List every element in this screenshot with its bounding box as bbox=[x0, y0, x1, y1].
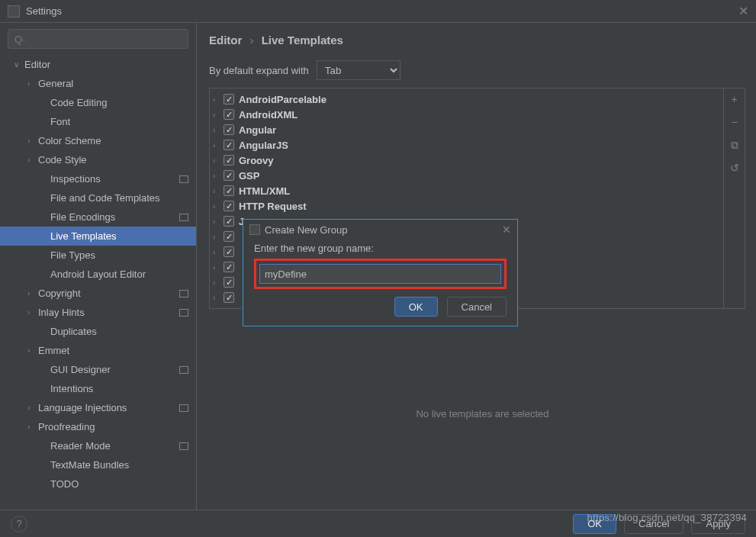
add-button[interactable]: + bbox=[729, 93, 741, 105]
breadcrumb-editor[interactable]: Editor bbox=[209, 34, 242, 47]
help-button[interactable]: ? bbox=[11, 516, 27, 532]
tree-arrow-icon: ∨ bbox=[14, 60, 24, 69]
dialog-icon bbox=[249, 224, 260, 235]
sidebar-item-intentions[interactable]: Intentions bbox=[0, 379, 196, 398]
sidebar-item-textmate-bundles[interactable]: TextMate Bundles bbox=[0, 455, 196, 474]
sidebar-item-reader-mode[interactable]: Reader Mode bbox=[0, 436, 196, 455]
template-checkbox[interactable] bbox=[224, 155, 234, 166]
sidebar-item-file-types[interactable]: File Types bbox=[0, 246, 196, 265]
remove-button[interactable]: − bbox=[729, 116, 741, 128]
template-checkbox[interactable] bbox=[224, 170, 234, 181]
expand-arrow-icon[interactable]: › bbox=[213, 202, 224, 211]
sidebar-item-file-and-code-templates[interactable]: File and Code Templates bbox=[0, 188, 196, 207]
template-checkbox[interactable] bbox=[224, 216, 234, 227]
expand-select[interactable]: Tab bbox=[317, 60, 401, 80]
search-input[interactable] bbox=[8, 29, 188, 49]
sidebar-item-label: Emmet bbox=[38, 345, 69, 356]
sidebar-item-color-scheme[interactable]: ›Color Scheme bbox=[0, 131, 196, 150]
template-group-label: AngularJS bbox=[239, 140, 288, 151]
expand-arrow-icon[interactable]: › bbox=[213, 156, 224, 165]
undo-button[interactable]: ↺ bbox=[729, 162, 741, 174]
scope-badge-icon bbox=[179, 366, 188, 374]
group-name-input[interactable] bbox=[259, 264, 501, 284]
scope-badge-icon bbox=[179, 175, 188, 183]
template-group-label: Groovy bbox=[239, 155, 274, 166]
expand-arrow-icon[interactable]: › bbox=[213, 187, 224, 195]
sidebar-item-live-templates[interactable]: Live Templates bbox=[0, 227, 196, 246]
sidebar-item-editor[interactable]: ∨Editor bbox=[0, 55, 196, 74]
expand-arrow-icon[interactable]: › bbox=[213, 233, 224, 241]
sidebar-item-label: File Encodings bbox=[50, 211, 115, 223]
sidebar-item-label: Inlay Hints bbox=[38, 307, 85, 318]
scope-badge-icon bbox=[179, 442, 188, 450]
sidebar-item-code-editing[interactable]: Code Editing bbox=[0, 93, 196, 112]
dialog-buttons: OK Cancel bbox=[254, 297, 507, 317]
template-group-label: AndroidXML bbox=[239, 109, 298, 121]
template-group-row[interactable]: ›Angular bbox=[210, 122, 723, 137]
expand-arrow-icon[interactable]: › bbox=[213, 111, 224, 119]
tree-arrow-icon: › bbox=[27, 156, 38, 164]
expand-arrow-icon[interactable]: › bbox=[213, 172, 224, 180]
sidebar-item-language-injections[interactable]: ›Language Injections bbox=[0, 398, 196, 417]
sidebar-item-inlay-hints[interactable]: ›Inlay Hints bbox=[0, 303, 196, 322]
sidebar-item-inspections[interactable]: Inspections bbox=[0, 169, 196, 188]
expand-arrow-icon[interactable]: › bbox=[213, 141, 224, 150]
template-group-row[interactable]: ›AndroidXML bbox=[210, 107, 723, 122]
expand-arrow-icon[interactable]: › bbox=[213, 248, 224, 256]
expand-arrow-icon[interactable]: › bbox=[213, 263, 224, 272]
template-checkbox[interactable] bbox=[224, 201, 234, 211]
template-checkbox[interactable] bbox=[224, 124, 234, 135]
copy-button[interactable]: ⧉ bbox=[729, 139, 741, 151]
template-checkbox[interactable] bbox=[224, 262, 234, 272]
template-group-label: Angular bbox=[239, 124, 276, 136]
tree-arrow-icon: › bbox=[27, 308, 38, 317]
create-group-dialog: Create New Group ✕ Enter the new group n… bbox=[243, 219, 518, 326]
breadcrumb: Editor › Live Templates bbox=[209, 34, 756, 47]
expand-label: By default expand with bbox=[209, 65, 309, 76]
template-group-label: GSP bbox=[239, 170, 259, 182]
expand-arrow-icon[interactable]: › bbox=[213, 217, 224, 226]
sidebar-item-font[interactable]: Font bbox=[0, 112, 196, 131]
template-group-row[interactable]: ›AngularJS bbox=[210, 137, 723, 153]
sidebar-item-label: Intentions bbox=[50, 383, 93, 394]
sidebar-item-duplicates[interactable]: Duplicates bbox=[0, 322, 196, 341]
template-checkbox[interactable] bbox=[224, 140, 234, 150]
dialog-ok-button[interactable]: OK bbox=[394, 297, 438, 317]
expand-arrow-icon[interactable]: › bbox=[213, 126, 224, 134]
sidebar-item-copyright[interactable]: ›Copyright bbox=[0, 284, 196, 303]
expand-arrow-icon[interactable]: › bbox=[213, 294, 224, 302]
template-checkbox[interactable] bbox=[224, 185, 234, 196]
template-checkbox[interactable] bbox=[224, 94, 234, 105]
template-group-row[interactable]: ›GSP bbox=[210, 168, 723, 183]
template-group-row[interactable]: ›Groovy bbox=[210, 153, 723, 168]
template-group-row[interactable]: ›HTTP Request bbox=[210, 198, 723, 214]
settings-tree[interactable]: ∨Editor›GeneralCode EditingFont›Color Sc… bbox=[0, 55, 196, 510]
sidebar-item-proofreading[interactable]: ›Proofreading bbox=[0, 417, 196, 436]
sidebar-item-code-style[interactable]: ›Code Style bbox=[0, 150, 196, 169]
template-checkbox[interactable] bbox=[224, 277, 234, 288]
dialog-cancel-button[interactable]: Cancel bbox=[447, 297, 507, 317]
sidebar-item-todo[interactable]: TODO bbox=[0, 474, 196, 494]
sidebar-item-label: TODO bbox=[50, 478, 79, 490]
sidebar-item-emmet[interactable]: ›Emmet bbox=[0, 341, 196, 360]
sidebar-item-android-layout-editor[interactable]: Android Layout Editor bbox=[0, 265, 196, 284]
sidebar-item-general[interactable]: ›General bbox=[0, 74, 196, 93]
sidebar-item-file-encodings[interactable]: File Encodings bbox=[0, 207, 196, 227]
template-checkbox[interactable] bbox=[224, 109, 234, 120]
template-checkbox[interactable] bbox=[224, 231, 234, 242]
template-checkbox[interactable] bbox=[224, 246, 234, 257]
sidebar-item-label: Android Layout Editor bbox=[50, 268, 146, 280]
template-group-row[interactable]: ›AndroidParcelable bbox=[210, 92, 723, 107]
template-checkbox[interactable] bbox=[224, 292, 234, 303]
app-icon bbox=[8, 5, 20, 18]
dialog-close-button[interactable]: ✕ bbox=[502, 223, 511, 236]
template-group-row[interactable]: ›HTML/XML bbox=[210, 183, 723, 198]
expand-arrow-icon[interactable]: › bbox=[213, 278, 224, 287]
window-close-button[interactable]: ✕ bbox=[738, 4, 748, 18]
expand-arrow-icon[interactable]: › bbox=[213, 95, 224, 104]
sidebar-item-gui-designer[interactable]: GUI Designer bbox=[0, 360, 196, 379]
sidebar-item-label: Live Templates bbox=[50, 230, 116, 242]
sidebar-item-label: Language Injections bbox=[38, 402, 127, 413]
template-group-label: HTTP Request bbox=[239, 201, 307, 212]
dialog-input-highlight bbox=[254, 259, 507, 289]
